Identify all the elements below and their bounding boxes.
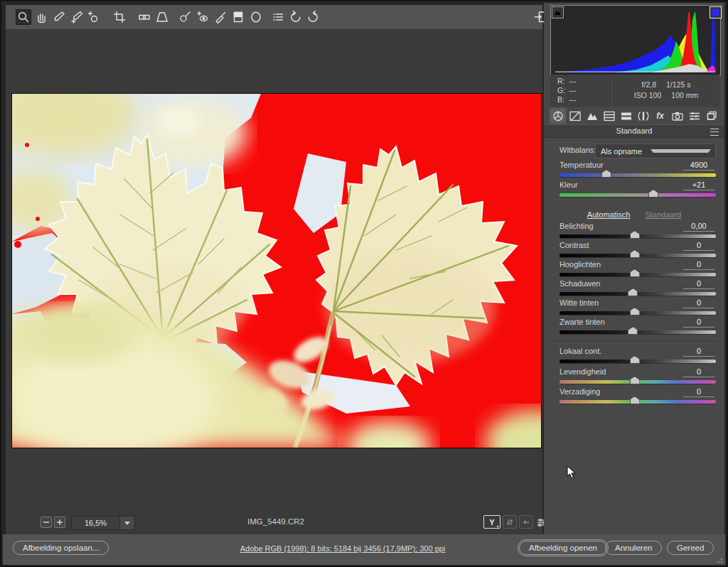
color-sampler-tool[interactable]	[69, 9, 85, 25]
exposure-slider[interactable]	[560, 234, 716, 238]
whites-slider[interactable]	[560, 311, 716, 315]
slider-value[interactable]: 0	[683, 241, 714, 251]
highlight-clipping-toggle[interactable]	[710, 6, 722, 18]
slider-value[interactable]: 0,00	[683, 222, 714, 232]
slider-thumb[interactable]	[630, 308, 640, 315]
slider-thumb[interactable]	[630, 396, 640, 404]
slider-row-zwarte-tinten: Zwarte tinten 0	[560, 318, 716, 338]
lens-corrections-tab[interactable]	[635, 108, 651, 124]
photo-preview[interactable]	[11, 93, 542, 448]
slider-row-verzadiging: Verzadiging 0	[560, 387, 716, 407]
saturation-slider[interactable]	[560, 400, 716, 404]
default-link[interactable]: Standaard	[645, 210, 681, 219]
white-balance-tool[interactable]	[51, 9, 67, 25]
divider	[551, 205, 717, 205]
slider-value[interactable]: 0	[683, 347, 714, 357]
done-button[interactable]: Gereed	[667, 541, 714, 555]
zoom-tool[interactable]	[16, 9, 31, 25]
white-balance-row: Witbalans: Als opname	[560, 144, 716, 158]
adjustment-brush-tool[interactable]	[213, 9, 228, 25]
slider-value[interactable]: 0	[683, 367, 714, 377]
spot-removal-tool[interactable]	[177, 9, 193, 25]
hand-tool[interactable]	[33, 9, 49, 25]
preferences-tool[interactable]	[270, 9, 286, 25]
panel-header: Standaard	[544, 124, 724, 138]
slider-value[interactable]: 0	[683, 318, 714, 328]
red-eye-tool[interactable]	[195, 9, 210, 25]
shadows-slider[interactable]	[560, 292, 716, 296]
tone-curve-tab[interactable]	[567, 108, 583, 124]
slider-thumb[interactable]	[630, 250, 640, 258]
crop-tool[interactable]	[112, 9, 127, 25]
temperature-slider[interactable]	[560, 173, 716, 177]
targeted-adjustment-tool[interactable]	[85, 9, 101, 25]
footer-bar: Afbeelding opslaan... Adobe RGB (1998); …	[3, 534, 725, 565]
slider-row-lokaal-cont: Lokaal cont. 0	[560, 347, 716, 367]
filename-label: IMG_5449.CR2	[11, 517, 540, 526]
slider-thumb[interactable]	[601, 170, 611, 178]
rgb-readout: R:--- G:--- B:---	[557, 77, 577, 104]
slider-row-witte-tinten: Witte tinten 0	[560, 298, 716, 318]
effects-tab[interactable]: fx	[652, 108, 668, 124]
open-image-button[interactable]: Afbeelding openen	[519, 541, 607, 555]
auto-default-links: Automatisch Standaard	[544, 210, 724, 219]
transform-tool[interactable]	[154, 9, 170, 25]
camera-calibration-tab[interactable]	[669, 108, 685, 124]
slider-row-hooglichten: Hooglichten 0	[560, 260, 716, 280]
mouse-cursor	[567, 465, 577, 480]
slider-value[interactable]: +21	[683, 180, 714, 190]
shadow-clipping-toggle[interactable]	[552, 6, 564, 18]
radial-filter-tool[interactable]	[248, 9, 264, 25]
slider-value[interactable]: 0	[683, 279, 714, 289]
resize-grip[interactable]	[717, 557, 722, 563]
slider-row-temperatuur: Temperatuur 4900	[560, 161, 716, 180]
slider-row-contrast: Contrast 0	[560, 241, 716, 261]
graduated-filter-tool[interactable]	[230, 9, 246, 25]
vibrance-slider[interactable]	[560, 380, 716, 384]
cancel-button[interactable]: Annuleren	[605, 541, 662, 555]
tint-slider[interactable]	[560, 193, 716, 197]
panel-title: Standaard	[544, 126, 724, 135]
shot-info: f/2,81/125 s ISO 100100 mm	[616, 80, 717, 101]
slider-thumb[interactable]	[628, 327, 638, 335]
workflow-options-link[interactable]: Adobe RGB (1998); 8 bits; 5184 bij 3456 …	[186, 544, 499, 553]
auto-link[interactable]: Automatisch	[587, 210, 631, 219]
slider-row-kleur: Kleur +21	[560, 180, 716, 200]
basic-tab[interactable]	[550, 108, 566, 124]
panel-menu-icon[interactable]	[710, 129, 719, 136]
rotate-left-tool[interactable]	[288, 9, 304, 25]
histogram	[550, 5, 721, 75]
hsl-grayscale-tab[interactable]	[601, 108, 617, 124]
slider-thumb[interactable]	[628, 288, 638, 296]
slider-row-levendigheid: Levendigheid 0	[560, 367, 716, 387]
presets-tab[interactable]	[686, 108, 702, 124]
swap-before-after-button[interactable]	[503, 515, 517, 529]
slider-value[interactable]: 0	[683, 298, 714, 308]
save-image-button[interactable]: Afbeelding opslaan...	[13, 541, 109, 555]
white-balance-label: Witbalans:	[560, 146, 596, 154]
slider-value[interactable]: 0	[683, 387, 714, 397]
blacks-slider[interactable]	[560, 330, 716, 334]
straighten-tool[interactable]	[136, 9, 152, 25]
image-canvas-area: 16,5% IMG_5449.CR2 Y	[6, 29, 542, 534]
slider-thumb[interactable]	[630, 269, 640, 277]
slider-thumb[interactable]	[630, 356, 640, 364]
slider-value[interactable]: 4900	[683, 161, 714, 171]
slider-thumb[interactable]	[630, 377, 640, 384]
white-balance-select[interactable]: Als opname	[595, 144, 716, 158]
slider-thumb[interactable]	[630, 231, 640, 239]
snapshots-tab[interactable]	[703, 108, 719, 124]
contrast-slider[interactable]	[560, 254, 716, 257]
rotate-right-tool[interactable]	[305, 9, 321, 25]
slider-thumb[interactable]	[648, 190, 658, 198]
before-after-view-button[interactable]: Y	[483, 515, 500, 529]
clarity-slider[interactable]	[560, 360, 716, 363]
detail-tab[interactable]	[584, 108, 600, 124]
highlights-slider[interactable]	[560, 273, 716, 276]
slider-value[interactable]: 0	[683, 260, 714, 270]
split-toning-tab[interactable]	[618, 108, 634, 124]
copy-settings-button[interactable]	[519, 515, 533, 529]
slider-row-belichting: Belichting 0,00	[560, 222, 716, 242]
camera-raw-window: 16,5% IMG_5449.CR2 Y	[0, 0, 728, 567]
adjustments-panel: R:--- G:--- B:--- f/2,81/125 s ISO 10010…	[544, 3, 724, 534]
